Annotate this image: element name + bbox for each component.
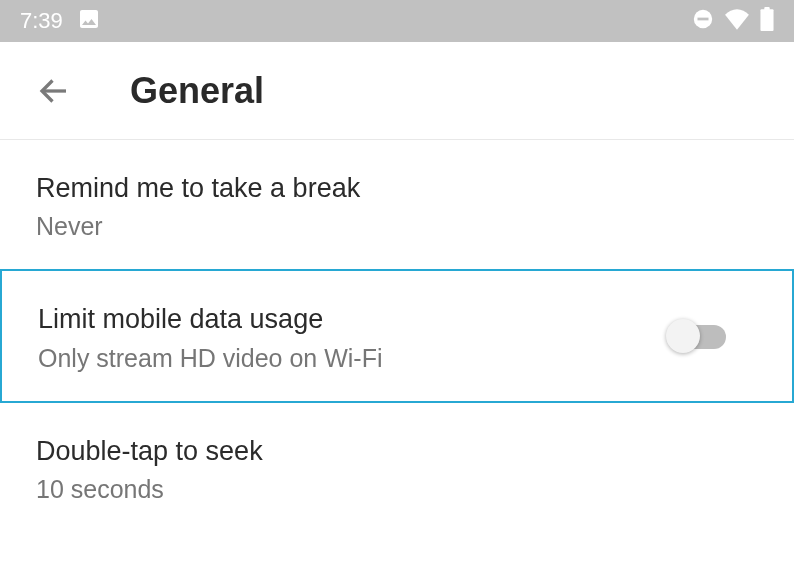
dnd-icon	[692, 8, 714, 34]
battery-icon	[760, 7, 774, 35]
setting-limit-data[interactable]: Limit mobile data usage Only stream HD v…	[0, 269, 794, 402]
wifi-icon	[724, 8, 750, 34]
setting-title: Limit mobile data usage	[38, 301, 670, 337]
setting-sub: Only stream HD video on Wi-Fi	[38, 344, 670, 373]
svg-rect-1	[698, 18, 709, 21]
toggle-knob	[666, 319, 700, 353]
limit-data-toggle[interactable]	[670, 325, 726, 349]
app-header: General	[0, 42, 794, 140]
setting-sub: 10 seconds	[36, 475, 758, 504]
setting-remind-break[interactable]: Remind me to take a break Never	[0, 140, 794, 270]
status-bar: 7:39	[0, 0, 794, 42]
image-icon	[77, 7, 101, 35]
svg-rect-2	[760, 9, 773, 31]
back-arrow-icon[interactable]	[36, 73, 72, 109]
setting-sub: Never	[36, 212, 758, 241]
setting-title: Remind me to take a break	[36, 170, 758, 206]
page-title: General	[130, 70, 264, 112]
status-time: 7:39	[20, 8, 63, 34]
svg-rect-3	[764, 7, 769, 10]
setting-double-tap-seek[interactable]: Double-tap to seek 10 seconds	[0, 403, 794, 532]
setting-title: Double-tap to seek	[36, 433, 758, 469]
